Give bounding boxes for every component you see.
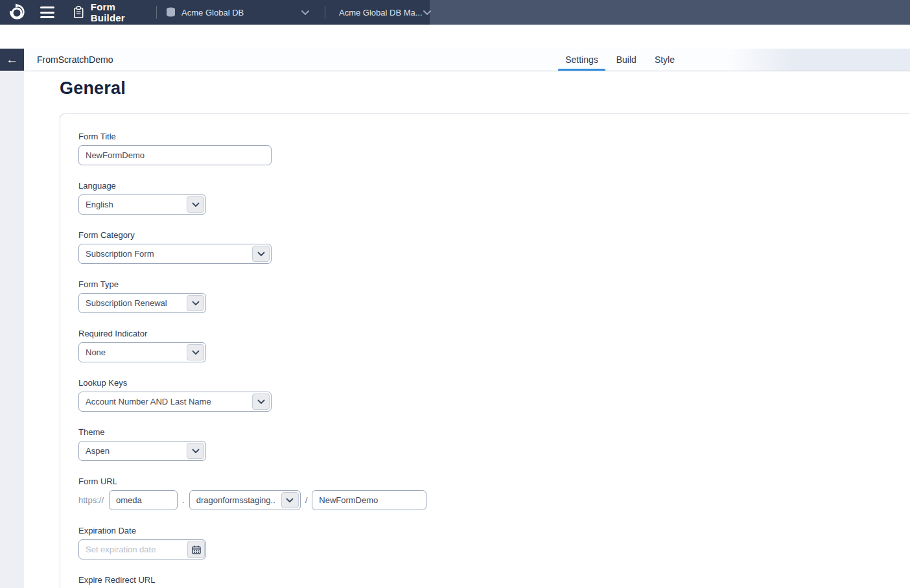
form-title-input[interactable]: [78, 145, 272, 165]
general-settings-card: Form Title Language English Form Categor…: [60, 113, 910, 588]
database-icon: [165, 6, 176, 18]
chevron-down-icon[interactable]: [187, 344, 204, 360]
field-expire-redirect-url: Expire Redirect URL: [78, 575, 910, 588]
url-subdomain-input[interactable]: [109, 490, 178, 510]
expiration-date-label: Expiration Date: [78, 526, 910, 535]
url-protocol: https://: [78, 495, 104, 505]
tab-build[interactable]: Build: [607, 49, 646, 71]
form-category-label: Form Category: [78, 230, 910, 240]
account-dropdown-label: Acme Global DB Ma...: [339, 8, 423, 18]
form-url-row: https:// . dragonformsstaging.... /: [78, 490, 910, 510]
form-toolbar: ← FromScratchDemo Settings Build Style: [0, 49, 910, 71]
form-type-select-value: Subscription Renewal: [86, 298, 167, 308]
settings-content: General Form Title Language English Form…: [24, 72, 910, 588]
field-required-indicator: Required Indicator None: [78, 329, 910, 362]
app-title: Form Builder: [91, 1, 148, 23]
lookup-keys-select-value: Account Number AND Last Name: [86, 397, 211, 406]
form-url-label: Form URL: [78, 476, 910, 486]
field-form-category: Form Category Subscription Form: [78, 230, 910, 264]
chevron-down-icon[interactable]: [187, 295, 204, 311]
chevron-down-icon: [301, 10, 310, 16]
clipboard-icon: [73, 5, 84, 19]
page-title: General: [60, 78, 910, 99]
app-section: Form Builder: [73, 1, 148, 23]
expire-redirect-url-label: Expire Redirect URL: [78, 575, 910, 585]
omeda-logo-icon[interactable]: [8, 3, 26, 22]
navbar-dark-section: Form Builder Acme Global DB Acme Global …: [0, 0, 430, 25]
language-label: Language: [78, 181, 910, 191]
chevron-down-icon[interactable]: [252, 394, 270, 410]
required-indicator-select[interactable]: None: [78, 342, 206, 362]
tab-settings[interactable]: Settings: [556, 49, 607, 71]
url-path-input[interactable]: [312, 490, 426, 510]
field-theme: Theme Aspen: [78, 427, 910, 461]
field-expiration-date: Expiration Date: [78, 526, 910, 559]
field-form-title: Form Title: [78, 132, 910, 165]
toolbar-right-tint: [729, 49, 910, 71]
field-form-url: Form URL https:// . dragonformsstaging..…: [78, 476, 910, 510]
theme-label: Theme: [78, 427, 910, 437]
chevron-down-icon[interactable]: [281, 492, 299, 508]
chevron-down-icon: [423, 10, 432, 16]
url-dot-separator: .: [182, 495, 185, 505]
tab-bar: Settings Build Style: [556, 49, 684, 71]
field-form-type: Form Type Subscription Renewal: [78, 279, 910, 313]
language-select[interactable]: English: [78, 194, 206, 215]
form-category-select-value: Subscription Form: [86, 249, 154, 259]
url-slash-separator: /: [305, 495, 308, 505]
required-indicator-select-value: None: [86, 347, 106, 357]
theme-select-value: Aspen: [86, 446, 110, 456]
expiration-date-wrap: [78, 539, 206, 559]
theme-select[interactable]: Aspen: [78, 441, 206, 461]
back-button[interactable]: ←: [0, 49, 24, 71]
account-dropdown[interactable]: Acme Global DB Ma...: [334, 0, 430, 25]
tab-style[interactable]: Style: [646, 49, 684, 71]
field-lookup-keys: Lookup Keys Account Number AND Last Name: [78, 378, 910, 412]
required-indicator-label: Required Indicator: [78, 329, 910, 338]
navbar-divider: [156, 6, 157, 19]
lookup-keys-select[interactable]: Account Number AND Last Name: [78, 392, 272, 412]
lookup-keys-label: Lookup Keys: [78, 378, 910, 388]
database-dropdown[interactable]: Acme Global DB: [165, 0, 316, 25]
language-select-value: English: [86, 200, 113, 209]
field-language: Language English: [78, 181, 910, 215]
form-type-select[interactable]: Subscription Renewal: [78, 293, 206, 313]
form-type-label: Form Type: [78, 279, 910, 289]
calendar-icon[interactable]: [187, 541, 205, 558]
navbar-divider: [325, 6, 325, 19]
chevron-down-icon[interactable]: [252, 246, 270, 262]
database-dropdown-label: Acme Global DB: [181, 8, 244, 18]
url-domain-select-value: dragonformsstaging....: [196, 495, 275, 505]
chevron-down-icon[interactable]: [187, 196, 204, 213]
url-domain-select[interactable]: dragonformsstaging....: [189, 490, 301, 510]
left-rail: [0, 72, 24, 588]
hamburger-menu-icon[interactable]: [40, 6, 54, 18]
chevron-down-icon[interactable]: [187, 443, 204, 459]
form-title-label: Form Title: [78, 132, 910, 141]
form-name: FromScratchDemo: [37, 54, 113, 65]
form-category-select[interactable]: Subscription Form: [78, 244, 272, 264]
top-navbar: Form Builder Acme Global DB Acme Global …: [0, 0, 910, 25]
